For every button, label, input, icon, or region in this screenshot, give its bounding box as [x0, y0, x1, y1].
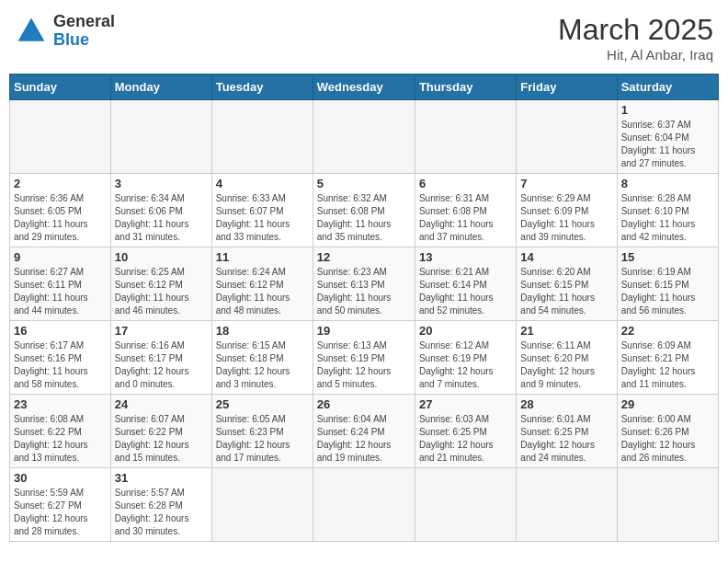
- day-number: 15: [621, 250, 714, 264]
- calendar-cell: 9Sunrise: 6:27 AM Sunset: 6:11 PM Daylig…: [10, 247, 111, 321]
- day-info: Sunrise: 6:33 AM Sunset: 6:07 PM Dayligh…: [216, 192, 309, 244]
- calendar-cell: 31Sunrise: 5:57 AM Sunset: 6:28 PM Dayli…: [110, 468, 211, 542]
- calendar-cell: 2Sunrise: 6:36 AM Sunset: 6:05 PM Daylig…: [10, 174, 111, 247]
- day-number: 26: [317, 397, 411, 411]
- col-header-tuesday: Tuesday: [211, 75, 313, 100]
- day-info: Sunrise: 6:13 AM Sunset: 6:19 PM Dayligh…: [317, 339, 411, 391]
- logo-blue: Blue: [53, 31, 115, 50]
- day-number: 30: [14, 471, 107, 485]
- day-number: 24: [115, 397, 208, 411]
- day-number: 27: [419, 397, 512, 411]
- day-info: Sunrise: 6:32 AM Sunset: 6:08 PM Dayligh…: [317, 192, 411, 244]
- day-number: 14: [520, 250, 612, 264]
- day-number: 10: [115, 250, 208, 264]
- day-info: Sunrise: 6:36 AM Sunset: 6:05 PM Dayligh…: [14, 192, 107, 244]
- day-number: 31: [115, 471, 208, 485]
- calendar-cell: 5Sunrise: 6:32 AM Sunset: 6:08 PM Daylig…: [313, 174, 415, 247]
- day-number: 9: [14, 250, 107, 264]
- day-info: Sunrise: 5:57 AM Sunset: 6:28 PM Dayligh…: [115, 487, 208, 538]
- day-number: 22: [621, 324, 714, 338]
- calendar-cell: [313, 100, 415, 174]
- col-header-wednesday: Wednesday: [313, 75, 415, 100]
- calendar-table: SundayMondayTuesdayWednesdayThursdayFrid…: [9, 74, 719, 542]
- day-number: 12: [317, 250, 411, 264]
- day-number: 8: [621, 177, 714, 190]
- calendar-cell: [10, 100, 111, 174]
- calendar-week-3: 9Sunrise: 6:27 AM Sunset: 6:11 PM Daylig…: [10, 247, 719, 321]
- day-info: Sunrise: 6:04 AM Sunset: 6:24 PM Dayligh…: [317, 413, 411, 465]
- col-header-thursday: Thursday: [415, 75, 516, 100]
- calendar-cell: 22Sunrise: 6:09 AM Sunset: 6:21 PM Dayli…: [617, 321, 718, 395]
- day-number: 11: [216, 250, 309, 264]
- calendar-week-5: 23Sunrise: 6:08 AM Sunset: 6:22 PM Dayli…: [10, 395, 719, 468]
- calendar-cell: 12Sunrise: 6:23 AM Sunset: 6:13 PM Dayli…: [313, 247, 415, 321]
- day-info: Sunrise: 6:01 AM Sunset: 6:25 PM Dayligh…: [520, 413, 612, 465]
- day-info: Sunrise: 6:03 AM Sunset: 6:25 PM Dayligh…: [419, 413, 512, 465]
- calendar-cell: 7Sunrise: 6:29 AM Sunset: 6:09 PM Daylig…: [517, 174, 617, 247]
- calendar-cell: 13Sunrise: 6:21 AM Sunset: 6:14 PM Dayli…: [415, 247, 516, 321]
- day-info: Sunrise: 6:09 AM Sunset: 6:21 PM Dayligh…: [621, 339, 714, 391]
- calendar-cell: [617, 468, 718, 542]
- day-number: 29: [621, 397, 714, 411]
- calendar-cell: 26Sunrise: 6:04 AM Sunset: 6:24 PM Dayli…: [313, 395, 415, 468]
- calendar-cell: 24Sunrise: 6:07 AM Sunset: 6:22 PM Dayli…: [110, 395, 211, 468]
- calendar-cell: [211, 468, 313, 542]
- calendar-cell: 8Sunrise: 6:28 AM Sunset: 6:10 PM Daylig…: [617, 174, 718, 247]
- day-info: Sunrise: 6:05 AM Sunset: 6:23 PM Dayligh…: [216, 413, 309, 465]
- day-number: 16: [14, 324, 107, 338]
- calendar-title: March 2025: [558, 13, 713, 47]
- day-info: Sunrise: 5:59 AM Sunset: 6:27 PM Dayligh…: [14, 487, 107, 538]
- calendar-cell: 29Sunrise: 6:00 AM Sunset: 6:26 PM Dayli…: [617, 395, 718, 468]
- day-number: 5: [317, 177, 411, 190]
- day-number: 18: [216, 324, 309, 338]
- col-header-sunday: Sunday: [10, 75, 111, 100]
- day-number: 13: [419, 250, 512, 264]
- calendar-week-2: 2Sunrise: 6:36 AM Sunset: 6:05 PM Daylig…: [10, 174, 719, 247]
- calendar-cell: 3Sunrise: 6:34 AM Sunset: 6:06 PM Daylig…: [110, 174, 211, 247]
- calendar-cell: [415, 100, 516, 174]
- calendar-cell: 6Sunrise: 6:31 AM Sunset: 6:08 PM Daylig…: [415, 174, 516, 247]
- calendar-week-4: 16Sunrise: 6:17 AM Sunset: 6:16 PM Dayli…: [10, 321, 719, 395]
- calendar-cell: 19Sunrise: 6:13 AM Sunset: 6:19 PM Dayli…: [313, 321, 415, 395]
- day-info: Sunrise: 6:08 AM Sunset: 6:22 PM Dayligh…: [14, 413, 107, 465]
- day-number: 21: [520, 324, 612, 338]
- day-number: 28: [520, 397, 612, 411]
- day-number: 23: [14, 397, 107, 411]
- day-number: 20: [419, 324, 512, 338]
- day-info: Sunrise: 6:25 AM Sunset: 6:12 PM Dayligh…: [115, 266, 208, 317]
- logo-icon: [15, 15, 48, 48]
- day-number: 1: [621, 103, 714, 117]
- day-number: 17: [115, 324, 208, 338]
- calendar-cell: 18Sunrise: 6:15 AM Sunset: 6:18 PM Dayli…: [211, 321, 313, 395]
- calendar-cell: 16Sunrise: 6:17 AM Sunset: 6:16 PM Dayli…: [10, 321, 111, 395]
- calendar-cell: 4Sunrise: 6:33 AM Sunset: 6:07 PM Daylig…: [211, 174, 313, 247]
- calendar-cell: [415, 468, 516, 542]
- day-number: 25: [216, 397, 309, 411]
- col-header-monday: Monday: [110, 75, 211, 100]
- day-info: Sunrise: 6:31 AM Sunset: 6:08 PM Dayligh…: [419, 192, 512, 244]
- day-number: 3: [115, 177, 208, 190]
- day-info: Sunrise: 6:17 AM Sunset: 6:16 PM Dayligh…: [14, 339, 107, 391]
- calendar-cell: [110, 100, 211, 174]
- day-info: Sunrise: 6:11 AM Sunset: 6:20 PM Dayligh…: [520, 339, 612, 391]
- calendar-cell: [517, 100, 617, 174]
- day-number: 19: [317, 324, 411, 338]
- day-info: Sunrise: 6:15 AM Sunset: 6:18 PM Dayligh…: [216, 339, 309, 391]
- calendar-cell: 10Sunrise: 6:25 AM Sunset: 6:12 PM Dayli…: [110, 247, 211, 321]
- calendar-cell: 27Sunrise: 6:03 AM Sunset: 6:25 PM Dayli…: [415, 395, 516, 468]
- day-number: 2: [14, 177, 107, 190]
- calendar-cell: 14Sunrise: 6:20 AM Sunset: 6:15 PM Dayli…: [517, 247, 617, 321]
- calendar-cell: [517, 468, 617, 542]
- day-info: Sunrise: 6:29 AM Sunset: 6:09 PM Dayligh…: [520, 192, 612, 244]
- day-number: 6: [419, 177, 512, 190]
- calendar-header-row: SundayMondayTuesdayWednesdayThursdayFrid…: [10, 75, 719, 100]
- day-info: Sunrise: 6:07 AM Sunset: 6:22 PM Dayligh…: [115, 413, 208, 465]
- calendar-cell: 1Sunrise: 6:37 AM Sunset: 6:04 PM Daylig…: [617, 100, 718, 174]
- calendar-cell: 23Sunrise: 6:08 AM Sunset: 6:22 PM Dayli…: [10, 395, 111, 468]
- day-info: Sunrise: 6:21 AM Sunset: 6:14 PM Dayligh…: [419, 266, 512, 317]
- calendar-cell: [211, 100, 313, 174]
- logo-text: General Blue: [53, 13, 115, 50]
- day-info: Sunrise: 6:23 AM Sunset: 6:13 PM Dayligh…: [317, 266, 411, 317]
- day-info: Sunrise: 6:20 AM Sunset: 6:15 PM Dayligh…: [520, 266, 612, 317]
- calendar-cell: 28Sunrise: 6:01 AM Sunset: 6:25 PM Dayli…: [517, 395, 617, 468]
